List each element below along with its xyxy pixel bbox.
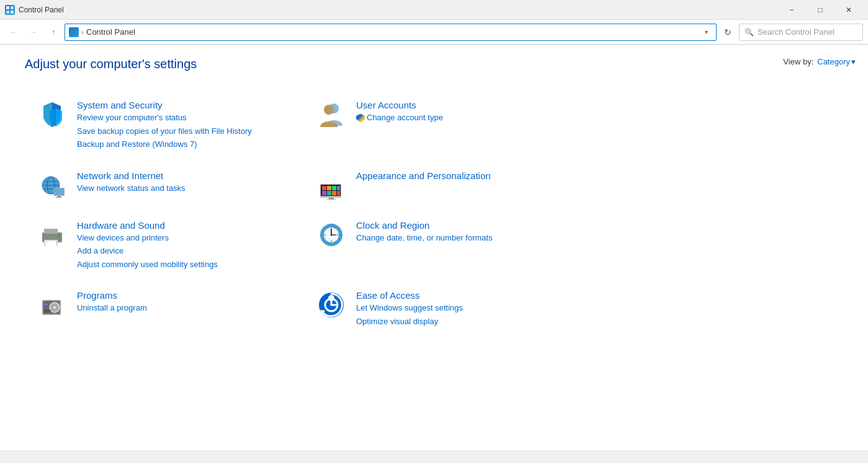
close-button[interactable]: ✕ [834,0,863,20]
page-title: Adjust your computer's settings [25,57,843,71]
clock-link-1[interactable]: Change date, time, or number formats [356,232,493,244]
hardware-info: Hardware and Sound View devices and prin… [77,220,218,271]
network-link-1[interactable]: View network status and tasks [77,182,186,195]
svg-rect-48 [43,310,51,312]
taskbar [0,451,868,463]
svg-rect-49 [44,304,48,305]
hardware-link-2[interactable]: Add a device [77,245,218,257]
ease-access-link-1[interactable]: Let Windows suggest settings [356,302,463,314]
category-clock[interactable]: Clock and Region Change date, time, or n… [304,210,583,281]
refresh-button[interactable]: ↻ [719,24,736,41]
svg-rect-24 [337,191,340,195]
window-controls: − □ ✕ [777,0,863,20]
restore-button[interactable]: □ [806,0,834,20]
svg-rect-17 [322,186,326,190]
svg-rect-30 [46,241,56,246]
app-icon [5,5,15,15]
path-separator: › [81,28,84,37]
search-box[interactable]: 🔍 Search Control Panel [739,24,863,41]
address-text: Control Panel [86,27,700,37]
svg-rect-1 [11,6,14,9]
user-accounts-info: User Accounts Change account type [356,100,443,124]
svg-rect-18 [327,186,331,190]
system-security-title[interactable]: System and Security [77,100,252,110]
clock-info: Clock and Region Change date, time, or n… [356,220,493,244]
category-appearance[interactable]: Appearance and Personalization [304,161,583,210]
network-icon [37,170,67,200]
svg-rect-19 [332,186,336,190]
hardware-link-1[interactable]: View devices and printers [77,232,218,244]
svg-rect-2 [6,11,9,14]
category-system-security[interactable]: System and Security Review your computer… [25,90,304,161]
svg-rect-21 [322,191,326,195]
svg-rect-22 [327,191,331,195]
clock-title[interactable]: Clock and Region [356,220,493,231]
network-info: Network and Internet View network status… [77,170,186,195]
svg-point-31 [56,234,60,238]
svg-rect-25 [329,198,334,199]
ease-access-icon [316,290,346,320]
shield-inline-icon [356,114,365,123]
appearance-info: Appearance and Personalization [356,170,491,181]
ease-access-info: Ease of Access Let Windows suggest setti… [356,290,463,327]
search-placeholder: Search Control Panel [758,27,834,37]
system-link-1[interactable]: Review your computer's status [77,112,252,124]
forward-button[interactable]: → [25,24,42,41]
svg-rect-26 [327,199,336,200]
programs-title[interactable]: Programs [77,290,147,301]
address-icon [69,27,79,37]
view-by-control: View by: Category ▾ [783,57,856,66]
svg-point-5 [324,105,334,115]
window-title: Control Panel [19,6,777,14]
category-programs[interactable]: Programs Uninstall a program [25,280,304,337]
programs-link-1[interactable]: Uninstall a program [77,302,147,314]
svg-rect-14 [56,197,62,198]
svg-rect-13 [57,196,61,197]
hardware-link-3[interactable]: Adjust commonly used mobility settings [77,258,218,271]
svg-point-47 [53,306,56,309]
user-accounts-icon [316,100,346,130]
svg-rect-23 [332,191,336,195]
address-bar: ← → ↑ › Control Panel ▾ ↻ 🔍 Search Contr… [0,20,868,45]
address-input[interactable]: › Control Panel ▾ [65,24,717,41]
programs-info: Programs Uninstall a program [77,290,147,314]
up-button[interactable]: ↑ [45,24,62,41]
categories-grid: System and Security Review your computer… [25,90,583,337]
svg-rect-3 [11,11,14,14]
svg-rect-12 [54,188,64,195]
system-link-3[interactable]: Backup and Restore (Windows 7) [77,138,252,151]
clock-icon [316,220,346,250]
title-bar: Control Panel − □ ✕ [0,0,868,20]
view-by-label: View by: [783,57,813,66]
system-link-2[interactable]: Save backup copies of your files with Fi… [77,125,252,138]
network-title[interactable]: Network and Internet [77,170,186,181]
ease-access-link-2[interactable]: Optimize visual display [356,315,463,328]
category-network[interactable]: Network and Internet View network status… [25,161,304,210]
appearance-icon [316,170,346,200]
system-security-info: System and Security Review your computer… [77,100,252,151]
hardware-title[interactable]: Hardware and Sound [77,220,218,231]
address-dropdown-button[interactable]: ▾ [700,24,712,41]
view-by-dropdown[interactable]: Category ▾ [817,57,856,66]
programs-icon [37,290,67,320]
search-icon: 🔍 [745,28,754,37]
hardware-icon [37,220,67,250]
svg-rect-20 [337,186,340,190]
main-content: View by: Category ▾ Adjust your computer… [0,45,868,451]
category-user-accounts[interactable]: User Accounts Change account type [304,90,583,161]
back-button[interactable]: ← [5,24,22,41]
svg-rect-28 [44,229,58,234]
system-security-icon [37,100,67,130]
category-ease-access[interactable]: Ease of Access Let Windows suggest setti… [304,280,583,337]
minimize-button[interactable]: − [777,0,806,20]
user-accounts-title[interactable]: User Accounts [356,100,443,110]
appearance-title[interactable]: Appearance and Personalization [356,170,491,181]
category-hardware[interactable]: Hardware and Sound View devices and prin… [25,210,304,281]
ease-access-title[interactable]: Ease of Access [356,290,463,301]
svg-rect-0 [6,6,9,9]
user-accounts-link-1[interactable]: Change account type [356,112,443,124]
